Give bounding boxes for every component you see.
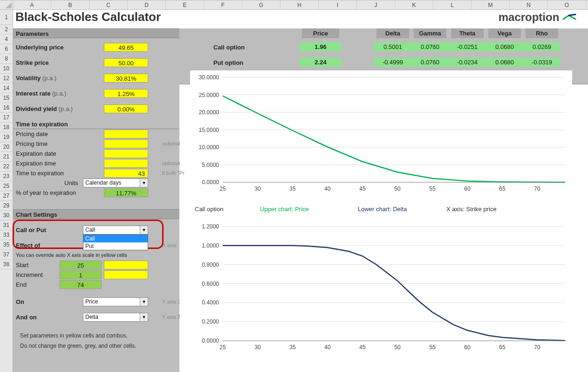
svg-text:55: 55 [429, 186, 436, 192]
result-header-delta: Delta [376, 28, 409, 38]
row-16[interactable]: 16 [0, 103, 13, 113]
svg-text:0.0000: 0.0000 [202, 338, 219, 344]
input-inc-override[interactable] [104, 270, 148, 279]
svg-text:0.4000: 0.4000 [202, 299, 219, 306]
row-37[interactable]: 37 [0, 250, 13, 260]
row-22[interactable]: 22 [0, 162, 13, 172]
col-F[interactable]: F [204, 0, 242, 9]
svg-text:15.0000: 15.0000 [199, 127, 219, 133]
svg-text:55: 55 [429, 344, 436, 351]
col-I[interactable]: I [319, 0, 357, 9]
row-23[interactable]: 23 [0, 172, 13, 181]
cell-pct-year: 11.77% [104, 188, 148, 197]
col-G[interactable]: G [242, 0, 280, 9]
input-pricing-time[interactable] [104, 139, 148, 148]
result-call-price: 1.96 [300, 42, 342, 51]
svg-text:5.0000: 5.0000 [202, 162, 219, 168]
svg-text:50: 50 [394, 186, 401, 192]
cell-increment: 1 [60, 270, 102, 279]
row-29[interactable]: 29 [0, 201, 13, 211]
svg-text:0.2000: 0.2000 [202, 318, 219, 325]
col-B[interactable]: B [51, 0, 89, 9]
row-12[interactable]: 12 [0, 74, 13, 83]
row-38[interactable]: 38 [0, 260, 13, 269]
row-14[interactable]: 14 [0, 83, 13, 93]
col-D[interactable]: D [128, 0, 166, 9]
dropdown-option-put[interactable]: Put [83, 242, 148, 250]
col-K[interactable]: K [395, 0, 433, 9]
row-33[interactable]: 33 [0, 230, 13, 240]
result-call-vega: 0.0680 [486, 42, 523, 51]
row-19[interactable]: 19 [0, 132, 13, 142]
row-10[interactable]: 10 [0, 64, 13, 74]
row-strike: Strike price 50.00 [13, 58, 179, 68]
result-put-gamma: 0.0760 [411, 58, 449, 67]
chevron-down-icon: ▾ [140, 298, 148, 306]
combo-and-on[interactable]: Delta▾ [83, 313, 148, 322]
col-C[interactable]: C [89, 0, 128, 9]
legend-lower: Lower chart: Delta [358, 206, 407, 213]
col-N[interactable]: N [510, 0, 548, 9]
svg-text:25: 25 [219, 186, 226, 192]
col-O[interactable]: O [548, 0, 586, 9]
col-L[interactable]: L [433, 0, 472, 9]
input-underlying[interactable]: 49.65 [104, 43, 148, 52]
result-call-rho: 0.0269 [523, 42, 561, 51]
input-volatility[interactable]: 30.81% [104, 74, 148, 83]
row-21[interactable]: 21 [0, 152, 13, 162]
col-J[interactable]: J [357, 0, 395, 9]
col-A[interactable]: A [13, 0, 51, 9]
column-headers[interactable]: ABCDEFGHIJKLMNO [13, 0, 588, 10]
row-15[interactable]: 15 [0, 93, 13, 103]
row-1[interactable]: 1 [0, 10, 13, 25]
input-div[interactable]: 0.00% [104, 104, 148, 113]
svg-text:30.0000: 30.0000 [199, 74, 219, 81]
input-start-override[interactable] [104, 261, 148, 269]
row-headers[interactable]: 1246810121415161718192021222325272930313… [0, 10, 13, 372]
svg-text:35: 35 [289, 186, 296, 192]
row-25[interactable]: 25 [0, 181, 13, 191]
row-20[interactable]: 20 [0, 142, 13, 152]
row-6[interactable]: 6 [0, 44, 13, 54]
result-header-gamma: Gamma [414, 28, 446, 38]
dropdown-option-call[interactable]: Call [83, 235, 148, 242]
row-18[interactable]: 18 [0, 123, 13, 132]
input-exp-date[interactable] [104, 149, 148, 158]
input-rate[interactable]: 1.25% [104, 89, 148, 98]
result-call-theta: -0.0251 [449, 42, 486, 51]
col-H[interactable]: H [280, 0, 319, 9]
combo-on[interactable]: Price▾ [83, 297, 148, 306]
svg-text:40: 40 [324, 344, 331, 351]
row-2[interactable]: 2 [0, 25, 13, 34]
result-call-gamma: 0.0760 [411, 42, 449, 51]
svg-text:45: 45 [359, 344, 366, 351]
dropdown-callput-list[interactable]: Call Put [83, 234, 148, 250]
combo-units[interactable]: Calendar days▾ [83, 179, 148, 187]
svg-text:0.8000: 0.8000 [202, 262, 219, 268]
input-pricing-date[interactable] [104, 130, 148, 138]
input-exp-time[interactable] [104, 159, 148, 168]
row-35[interactable]: 35 [0, 240, 13, 250]
chevron-down-icon: ▾ [140, 179, 148, 187]
call-row-label: Call option [213, 42, 260, 52]
legend-calloption: Call option [195, 206, 223, 213]
input-tte[interactable]: 43 [104, 169, 148, 178]
svg-text:60: 60 [464, 344, 471, 351]
col-M[interactable]: M [472, 0, 510, 9]
row-4[interactable]: 4 [0, 34, 13, 44]
row-27[interactable]: 27 [0, 191, 13, 201]
row-31[interactable]: 31 [0, 220, 13, 230]
row-17[interactable]: 17 [0, 113, 13, 123]
col-E[interactable]: E [166, 0, 204, 9]
logo-icon [562, 13, 576, 22]
hint-1: Set parameters in yellow cells and combo… [20, 332, 128, 339]
row-30[interactable]: 30 [0, 211, 13, 220]
legend-xaxis: X axis: Strike price [446, 206, 497, 213]
svg-text:20.0000: 20.0000 [199, 109, 219, 116]
chart-settings-header: Chart Settings [13, 209, 179, 219]
input-strike[interactable]: 50.00 [104, 58, 148, 67]
row-8[interactable]: 8 [0, 54, 13, 64]
select-all-corner[interactable] [0, 0, 13, 10]
chart-delta: 0.00000.20000.40000.60000.80001.00001.20… [190, 220, 572, 359]
result-put-rho: -0.0319 [523, 58, 561, 67]
